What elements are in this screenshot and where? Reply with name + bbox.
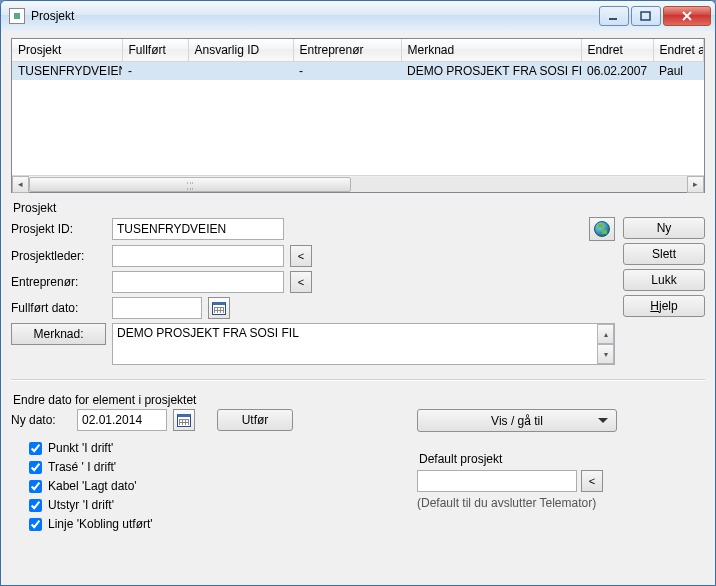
maximize-button[interactable] bbox=[631, 6, 661, 26]
merknad-textarea[interactable]: DEMO PROSJEKT FRA SOSI FIL ▴▾ bbox=[112, 323, 615, 365]
checkbox[interactable] bbox=[29, 461, 42, 474]
table-row[interactable]: TUSENFRYDVEIEN--DEMO PROSJEKT FRA SOSI F… bbox=[12, 61, 704, 80]
slett-button[interactable]: Slett bbox=[623, 243, 705, 265]
checkbox[interactable] bbox=[29, 499, 42, 512]
prosjektleder-input[interactable] bbox=[112, 245, 284, 267]
merknad-spin-up[interactable]: ▴ bbox=[597, 324, 614, 344]
svg-rect-0 bbox=[609, 18, 617, 20]
calendar-icon bbox=[177, 414, 191, 427]
column-header[interactable]: Fullført bbox=[122, 39, 188, 61]
entreprenor-input[interactable] bbox=[112, 271, 284, 293]
minimize-button[interactable] bbox=[599, 6, 629, 26]
column-header[interactable]: Endret a bbox=[653, 39, 704, 61]
checkbox-item[interactable]: Kabel 'Lagt dato' bbox=[29, 479, 391, 493]
calendar-icon bbox=[212, 302, 226, 315]
close-button[interactable] bbox=[663, 6, 711, 26]
nydato-label: Ny dato: bbox=[11, 413, 71, 427]
nydato-calendar-button[interactable] bbox=[173, 409, 195, 431]
default-prosjekt-pick-button[interactable] bbox=[581, 470, 603, 492]
prosjekt-id-label: Prosjekt ID: bbox=[11, 222, 106, 236]
window: Prosjekt ProsjektFullførtAnsvarlig IDEnt… bbox=[0, 0, 716, 586]
ny-button[interactable]: Ny bbox=[623, 217, 705, 239]
column-header[interactable]: Merknad bbox=[401, 39, 581, 61]
project-table[interactable]: ProsjektFullførtAnsvarlig IDEntreprenørM… bbox=[11, 38, 705, 193]
globe-icon bbox=[594, 221, 610, 237]
default-prosjekt-hint: (Default til du avslutter Telemator) bbox=[417, 496, 705, 510]
scroll-left-button[interactable]: ◂ bbox=[12, 176, 29, 193]
lukk-button[interactable]: Lukk bbox=[623, 269, 705, 291]
window-title: Prosjekt bbox=[31, 9, 599, 23]
default-prosjekt-label: Default prosjekt bbox=[419, 452, 705, 466]
entreprenor-label: Entreprenør: bbox=[11, 275, 106, 289]
dropdown-label: Vis / gå til bbox=[491, 414, 543, 428]
scroll-thumb[interactable] bbox=[29, 177, 351, 192]
app-icon bbox=[9, 8, 25, 24]
fullfort-calendar-button[interactable] bbox=[208, 297, 230, 319]
column-header[interactable]: Ansvarlig ID bbox=[188, 39, 293, 61]
fullfort-input[interactable] bbox=[112, 297, 202, 319]
scroll-right-button[interactable]: ▸ bbox=[687, 176, 704, 193]
checkbox-item[interactable]: Punkt 'I drift' bbox=[29, 441, 391, 455]
checkbox-item[interactable]: Linje 'Kobling utført' bbox=[29, 517, 391, 531]
hjelp-button[interactable]: Hjelp bbox=[623, 295, 705, 317]
column-header[interactable]: Endret bbox=[581, 39, 653, 61]
merknad-spin-down[interactable]: ▾ bbox=[597, 344, 614, 364]
titlebar[interactable]: Prosjekt bbox=[1, 1, 715, 31]
form-legend: Prosjekt bbox=[11, 199, 615, 217]
prosjekt-id-input[interactable] bbox=[112, 218, 284, 240]
lower-legend: Endre dato for element i prosjektet bbox=[11, 391, 705, 409]
globe-button[interactable] bbox=[589, 217, 615, 241]
prosjektleder-label: Prosjektleder: bbox=[11, 249, 106, 263]
nydato-input[interactable] bbox=[77, 409, 167, 431]
checkbox[interactable] bbox=[29, 442, 42, 455]
merknad-button[interactable]: Merknad: bbox=[11, 323, 106, 345]
prosjektleder-pick-button[interactable] bbox=[290, 245, 312, 267]
chevron-down-icon bbox=[598, 418, 608, 423]
horizontal-scrollbar[interactable]: ◂ ▸ bbox=[12, 175, 704, 192]
fullfort-label: Fullført dato: bbox=[11, 301, 106, 315]
column-header[interactable]: Prosjekt bbox=[12, 39, 122, 61]
separator bbox=[11, 379, 705, 381]
svg-rect-1 bbox=[641, 12, 650, 20]
checkbox[interactable] bbox=[29, 480, 42, 493]
checkbox-item[interactable]: Utstyr 'I drift' bbox=[29, 498, 391, 512]
merknad-text: DEMO PROSJEKT FRA SOSI FIL bbox=[117, 326, 299, 340]
checkbox-item[interactable]: Trasé ' I drift' bbox=[29, 460, 391, 474]
column-header[interactable]: Entreprenør bbox=[293, 39, 401, 61]
entreprenor-pick-button[interactable] bbox=[290, 271, 312, 293]
vis-ga-til-dropdown[interactable]: Vis / gå til bbox=[417, 409, 617, 432]
checkbox[interactable] bbox=[29, 518, 42, 531]
utfor-button[interactable]: Utfør bbox=[217, 409, 293, 431]
default-prosjekt-input[interactable] bbox=[417, 470, 577, 492]
